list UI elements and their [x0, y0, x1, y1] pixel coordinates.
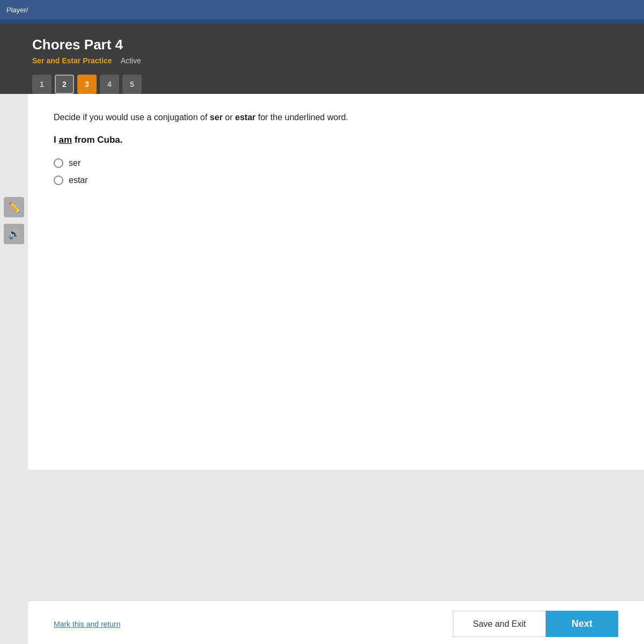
- option-estar[interactable]: estar: [54, 175, 618, 185]
- instruction-bold-estar: estar: [235, 113, 255, 122]
- header-area: Chores Part 4 Ser and Estar Practice Act…: [0, 24, 644, 94]
- footer-area: Mark this and return Save and Exit Next: [28, 601, 644, 644]
- radio-estar[interactable]: [54, 175, 63, 185]
- sidebar-pencil-icon[interactable]: ✏️: [4, 197, 24, 217]
- subtitle-link[interactable]: Ser and Estar Practice: [32, 56, 112, 65]
- mark-return-link[interactable]: Mark this and return: [54, 620, 121, 628]
- next-button[interactable]: Next: [546, 611, 618, 637]
- question-nav: 1 2 3 4 5: [32, 75, 612, 94]
- instruction-bold-ser: ser: [210, 113, 223, 122]
- top-accent-bar: [0, 19, 644, 24]
- nav-btn-5[interactable]: 5: [122, 75, 142, 94]
- left-sidebar: ✏️ 🔊: [0, 186, 28, 244]
- nav-btn-1[interactable]: 1: [32, 75, 52, 94]
- footer-buttons: Save and Exit Next: [453, 611, 618, 637]
- browser-url: Player/: [6, 6, 28, 14]
- option-ser[interactable]: ser: [54, 158, 618, 168]
- nav-btn-3[interactable]: 3: [77, 75, 97, 94]
- lesson-title: Chores Part 4: [32, 36, 612, 53]
- radio-ser[interactable]: [54, 158, 63, 168]
- question-sentence: I am from Cuba.: [54, 135, 618, 145]
- nav-btn-2[interactable]: 2: [55, 75, 74, 94]
- option-ser-label: ser: [69, 158, 80, 168]
- subtitle-row: Ser and Estar Practice Active: [32, 56, 612, 65]
- save-exit-button[interactable]: Save and Exit: [453, 611, 546, 637]
- content-wrapper: ✏️ 🔊 Decide if you would use a conjugati…: [0, 94, 644, 644]
- instruction-text: Decide if you would use a conjugation of…: [54, 111, 618, 124]
- option-estar-label: estar: [69, 175, 88, 185]
- sidebar-audio-icon[interactable]: 🔊: [4, 224, 24, 244]
- active-badge: Active: [121, 56, 141, 65]
- nav-btn-4[interactable]: 4: [100, 75, 119, 94]
- options-list: ser estar: [54, 158, 618, 185]
- underlined-word: am: [58, 135, 72, 145]
- browser-bar: Player/: [0, 0, 644, 19]
- main-content: Decide if you would use a conjugation of…: [28, 94, 644, 470]
